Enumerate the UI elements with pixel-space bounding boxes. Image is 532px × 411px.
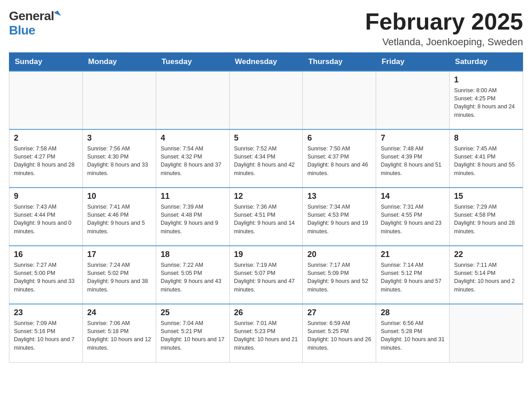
day-number: 27	[307, 308, 371, 317]
week-row-3: 9Sunrise: 7:43 AMSunset: 4:44 PMDaylight…	[9, 188, 523, 246]
calendar-cell: 26Sunrise: 7:01 AMSunset: 5:23 PMDayligh…	[229, 304, 303, 362]
calendar-cell: 17Sunrise: 7:24 AMSunset: 5:02 PMDayligh…	[82, 246, 156, 304]
calendar-cell: 16Sunrise: 7:27 AMSunset: 5:00 PMDayligh…	[9, 246, 83, 304]
weekday-header-friday: Friday	[376, 53, 450, 72]
day-number: 24	[87, 308, 151, 317]
calendar-cell: 13Sunrise: 7:34 AMSunset: 4:53 PMDayligh…	[303, 188, 376, 246]
day-number: 21	[381, 250, 445, 259]
calendar-cell: 20Sunrise: 7:17 AMSunset: 5:09 PMDayligh…	[303, 246, 376, 304]
day-number: 15	[454, 192, 518, 201]
calendar-cell: 23Sunrise: 7:09 AMSunset: 5:16 PMDayligh…	[9, 304, 83, 362]
day-number: 26	[234, 308, 298, 317]
calendar-cell: 10Sunrise: 7:41 AMSunset: 4:46 PMDayligh…	[82, 188, 156, 246]
weekday-header-saturday: Saturday	[450, 53, 523, 72]
calendar-cell: 15Sunrise: 7:29 AMSunset: 4:58 PMDayligh…	[450, 188, 523, 246]
week-row-1: 1Sunrise: 8:00 AMSunset: 4:25 PMDaylight…	[9, 71, 523, 129]
day-info: Sunrise: 7:48 AMSunset: 4:39 PMDaylight:…	[381, 145, 445, 177]
day-info: Sunrise: 7:22 AMSunset: 5:05 PMDaylight:…	[161, 261, 225, 294]
calendar-cell: 8Sunrise: 7:45 AMSunset: 4:41 PMDaylight…	[450, 129, 523, 188]
day-number: 20	[307, 250, 371, 259]
calendar-cell: 27Sunrise: 6:59 AMSunset: 5:25 PMDayligh…	[303, 304, 376, 362]
day-number: 19	[234, 250, 298, 259]
page-header: General Blue February 2025 Vetlanda, Joe…	[9, 9, 523, 48]
day-info: Sunrise: 7:43 AMSunset: 4:44 PMDaylight:…	[14, 203, 78, 235]
day-number: 12	[234, 192, 298, 201]
calendar-cell: 2Sunrise: 7:58 AMSunset: 4:27 PMDaylight…	[9, 129, 83, 188]
day-number: 11	[161, 192, 225, 201]
weekday-header-row: SundayMondayTuesdayWednesdayThursdayFrid…	[9, 53, 523, 72]
day-info: Sunrise: 7:17 AMSunset: 5:09 PMDaylight:…	[307, 261, 371, 294]
logo-general-text: General	[9, 9, 54, 23]
day-info: Sunrise: 7:56 AMSunset: 4:30 PMDaylight:…	[87, 145, 151, 177]
day-info: Sunrise: 8:00 AMSunset: 4:25 PMDaylight:…	[454, 86, 518, 119]
week-row-2: 2Sunrise: 7:58 AMSunset: 4:27 PMDaylight…	[9, 129, 523, 188]
calendar-cell: 6Sunrise: 7:50 AMSunset: 4:37 PMDaylight…	[303, 129, 376, 188]
day-number: 23	[14, 308, 78, 317]
calendar-title: February 2025	[365, 9, 523, 34]
day-number: 18	[161, 250, 225, 259]
weekday-header-sunday: Sunday	[9, 53, 83, 72]
calendar-table: SundayMondayTuesdayWednesdayThursdayFrid…	[9, 52, 523, 363]
calendar-cell	[82, 71, 156, 129]
calendar-cell: 14Sunrise: 7:31 AMSunset: 4:55 PMDayligh…	[376, 188, 450, 246]
day-number: 3	[87, 133, 151, 143]
calendar-cell: 12Sunrise: 7:36 AMSunset: 4:51 PMDayligh…	[229, 188, 303, 246]
day-info: Sunrise: 7:29 AMSunset: 4:58 PMDaylight:…	[454, 203, 518, 235]
calendar-cell: 21Sunrise: 7:14 AMSunset: 5:12 PMDayligh…	[376, 246, 450, 304]
day-number: 25	[161, 308, 225, 317]
calendar-subtitle: Vetlanda, Joenkoeping, Sweden	[365, 36, 523, 48]
logo: General Blue	[9, 9, 60, 38]
day-info: Sunrise: 7:54 AMSunset: 4:32 PMDaylight:…	[161, 145, 225, 177]
calendar-cell	[450, 304, 523, 362]
day-info: Sunrise: 7:14 AMSunset: 5:12 PMDaylight:…	[381, 261, 445, 294]
title-block: February 2025 Vetlanda, Joenkoeping, Swe…	[365, 9, 523, 48]
day-info: Sunrise: 7:36 AMSunset: 4:51 PMDaylight:…	[234, 203, 298, 235]
weekday-header-wednesday: Wednesday	[229, 53, 303, 72]
day-number: 16	[14, 250, 78, 259]
day-info: Sunrise: 7:19 AMSunset: 5:07 PMDaylight:…	[234, 261, 298, 294]
day-info: Sunrise: 7:24 AMSunset: 5:02 PMDaylight:…	[87, 261, 151, 294]
day-info: Sunrise: 7:11 AMSunset: 5:14 PMDaylight:…	[454, 261, 518, 294]
calendar-cell: 24Sunrise: 7:06 AMSunset: 5:18 PMDayligh…	[82, 304, 156, 362]
day-number: 5	[234, 133, 298, 143]
day-info: Sunrise: 7:45 AMSunset: 4:41 PMDaylight:…	[454, 145, 518, 177]
calendar-cell: 5Sunrise: 7:52 AMSunset: 4:34 PMDaylight…	[229, 129, 303, 188]
calendar-cell: 28Sunrise: 6:56 AMSunset: 5:28 PMDayligh…	[376, 304, 450, 362]
week-row-4: 16Sunrise: 7:27 AMSunset: 5:00 PMDayligh…	[9, 246, 523, 304]
day-info: Sunrise: 7:09 AMSunset: 5:16 PMDaylight:…	[14, 319, 78, 352]
day-number: 13	[307, 192, 371, 201]
day-info: Sunrise: 7:58 AMSunset: 4:27 PMDaylight:…	[14, 145, 78, 177]
day-number: 7	[381, 133, 445, 143]
calendar-cell	[303, 71, 376, 129]
calendar-cell: 9Sunrise: 7:43 AMSunset: 4:44 PMDaylight…	[9, 188, 83, 246]
day-info: Sunrise: 7:01 AMSunset: 5:23 PMDaylight:…	[234, 319, 298, 352]
day-info: Sunrise: 7:31 AMSunset: 4:55 PMDaylight:…	[381, 203, 445, 235]
day-info: Sunrise: 7:04 AMSunset: 5:21 PMDaylight:…	[161, 319, 225, 352]
logo-blue-text: Blue	[9, 23, 35, 38]
calendar-cell	[376, 71, 450, 129]
day-number: 9	[14, 192, 78, 201]
calendar-cell: 7Sunrise: 7:48 AMSunset: 4:39 PMDaylight…	[376, 129, 450, 188]
calendar-cell: 25Sunrise: 7:04 AMSunset: 5:21 PMDayligh…	[156, 304, 229, 362]
day-number: 1	[454, 75, 518, 85]
day-info: Sunrise: 7:27 AMSunset: 5:00 PMDaylight:…	[14, 261, 78, 294]
day-number: 17	[87, 250, 151, 259]
day-number: 10	[87, 192, 151, 201]
day-info: Sunrise: 6:59 AMSunset: 5:25 PMDaylight:…	[307, 319, 371, 352]
day-info: Sunrise: 7:41 AMSunset: 4:46 PMDaylight:…	[87, 203, 151, 235]
calendar-cell: 1Sunrise: 8:00 AMSunset: 4:25 PMDaylight…	[450, 71, 523, 129]
weekday-header-monday: Monday	[82, 53, 156, 72]
day-number: 6	[307, 133, 371, 143]
weekday-header-thursday: Thursday	[303, 53, 376, 72]
week-row-5: 23Sunrise: 7:09 AMSunset: 5:16 PMDayligh…	[9, 304, 523, 362]
day-info: Sunrise: 7:52 AMSunset: 4:34 PMDaylight:…	[234, 145, 298, 177]
day-number: 22	[454, 250, 518, 259]
day-info: Sunrise: 7:06 AMSunset: 5:18 PMDaylight:…	[87, 319, 151, 352]
day-number: 14	[381, 192, 445, 201]
day-number: 2	[14, 133, 78, 143]
day-number: 8	[454, 133, 518, 143]
logo-arrow-icon	[54, 10, 61, 18]
calendar-cell: 19Sunrise: 7:19 AMSunset: 5:07 PMDayligh…	[229, 246, 303, 304]
calendar-cell: 4Sunrise: 7:54 AMSunset: 4:32 PMDaylight…	[156, 129, 229, 188]
day-info: Sunrise: 7:34 AMSunset: 4:53 PMDaylight:…	[307, 203, 371, 235]
